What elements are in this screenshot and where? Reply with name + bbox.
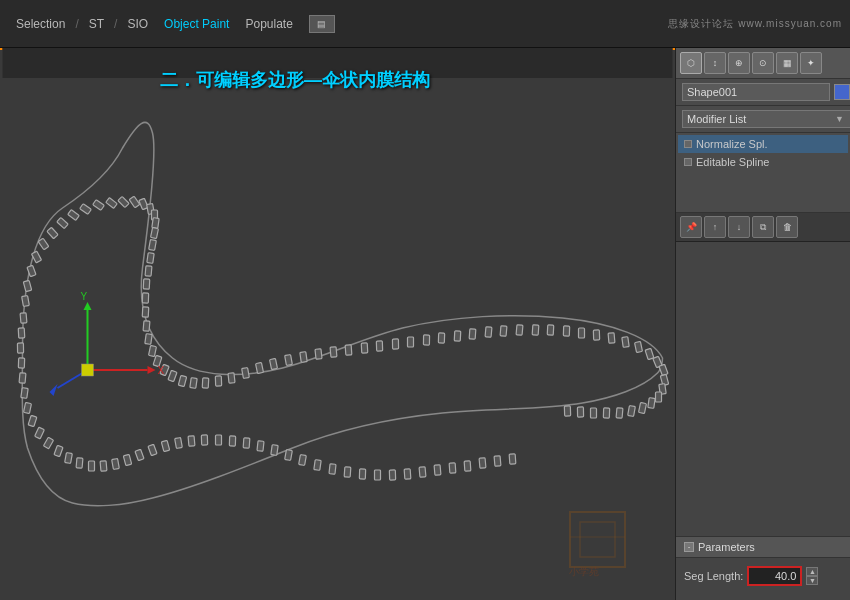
svg-rect-94 (500, 326, 507, 336)
svg-rect-110 (648, 398, 655, 409)
svg-rect-6 (19, 373, 26, 383)
menu-item-selection[interactable]: Selection (8, 13, 73, 35)
svg-rect-99 (579, 328, 585, 338)
panel-tool-hierarchy[interactable]: ⊕ (728, 52, 750, 74)
svg-rect-40 (434, 465, 441, 475)
svg-rect-78 (256, 362, 264, 373)
seg-length-spin-down[interactable]: ▼ (806, 576, 818, 585)
svg-rect-30 (285, 450, 293, 461)
svg-rect-95 (516, 325, 523, 335)
panel-toolbar: ⬡ ↕ ⊕ ⊙ ▦ ✦ (676, 48, 850, 79)
shape-name-input[interactable] (682, 83, 830, 101)
svg-rect-31 (299, 455, 307, 466)
mod-pin-button[interactable]: 📌 (680, 216, 702, 238)
svg-rect-68 (149, 345, 157, 356)
panel-tool-utilities[interactable]: ✦ (800, 52, 822, 74)
svg-rect-87 (392, 339, 398, 349)
svg-rect-121 (509, 454, 516, 464)
svg-rect-97 (547, 325, 554, 335)
svg-rect-83 (330, 347, 337, 357)
svg-rect-15 (89, 461, 95, 471)
menu-item-object-paint[interactable]: Object Paint (156, 13, 237, 35)
seg-length-input[interactable] (747, 566, 802, 586)
menu-sep-1: / (73, 17, 80, 31)
svg-rect-58 (152, 218, 159, 229)
svg-rect-32 (314, 460, 321, 471)
svg-rect-86 (376, 341, 382, 351)
svg-rect-27 (243, 438, 250, 448)
svg-rect-120 (494, 456, 501, 466)
modifier-item-editable-spline[interactable]: Editable Spline (678, 153, 848, 171)
svg-rect-111 (639, 402, 647, 413)
parameters-section: - Parameters Seg Length: ▲ ▼ (676, 536, 850, 600)
annotation-text: 二．可编辑多边形—伞状内膜结构 (160, 68, 430, 92)
panel-tool-motion[interactable]: ⊙ (752, 52, 774, 74)
svg-rect-131 (570, 512, 625, 567)
svg-rect-82 (315, 349, 322, 360)
svg-rect-8 (24, 402, 32, 413)
svg-rect-23 (188, 436, 195, 446)
svg-rect-3 (18, 328, 25, 338)
svg-rect-100 (593, 330, 599, 340)
viewport[interactable]: 二．可编辑多边形—伞状内膜结构 FRONT ✦ 规格化样条线 (0, 48, 675, 600)
svg-rect-103 (635, 341, 643, 352)
svg-rect-92 (469, 329, 476, 339)
modifier-item-normalize[interactable]: Normalize Spl. (678, 135, 848, 153)
seg-length-row: Seg Length: ▲ ▼ (684, 566, 842, 586)
svg-rect-28 (257, 441, 264, 452)
svg-rect-79 (270, 358, 278, 369)
modifier-normalize-label: Normalize Spl. (696, 138, 768, 150)
parameters-title: Parameters (698, 541, 755, 553)
svg-rect-85 (361, 343, 368, 353)
parameters-body: Seg Length: ▲ ▼ (676, 558, 850, 600)
view-options-button[interactable]: ▤ (309, 15, 335, 33)
svg-rect-118 (464, 461, 471, 471)
svg-rect-98 (563, 326, 569, 336)
svg-rect-113 (616, 408, 623, 418)
shape-name-row (676, 79, 850, 106)
svg-rect-41 (449, 463, 456, 473)
params-collapse-button[interactable]: - (684, 542, 694, 552)
svg-rect-77 (242, 368, 250, 379)
svg-rect-109 (656, 392, 662, 402)
svg-rect-73 (190, 378, 197, 389)
svg-rect-60 (149, 240, 157, 251)
svg-rect-59 (151, 227, 159, 238)
modifier-list-row: Modifier List ▼ (676, 106, 850, 133)
svg-rect-117 (564, 406, 570, 416)
svg-text:Y: Y (81, 291, 88, 302)
mod-delete-button[interactable]: 🗑 (776, 216, 798, 238)
svg-rect-90 (438, 333, 444, 343)
menu-item-sio[interactable]: SIO (119, 13, 156, 35)
svg-rect-81 (300, 352, 307, 363)
menu-item-st[interactable]: ST (81, 13, 112, 35)
seg-length-label: Seg Length: (684, 570, 743, 582)
logo-text: 思缘设计论坛 www.missyuan.com (668, 17, 842, 31)
mod-move-up-button[interactable]: ↑ (704, 216, 726, 238)
panel-tool-shape[interactable]: ⬡ (680, 52, 702, 74)
svg-rect-39 (419, 467, 426, 477)
svg-rect-36 (375, 470, 381, 480)
shape-color-box[interactable] (834, 84, 850, 100)
svg-rect-114 (603, 408, 609, 418)
mod-move-down-button[interactable]: ↓ (728, 216, 750, 238)
svg-rect-115 (591, 408, 597, 418)
mod-copy-button[interactable]: ⧉ (752, 216, 774, 238)
panel-tool-modify[interactable]: ↕ (704, 52, 726, 74)
svg-rect-91 (454, 331, 461, 341)
svg-rect-61 (147, 253, 154, 264)
svg-rect-67 (145, 334, 152, 345)
svg-rect-4 (17, 343, 23, 353)
panel-spacer (676, 242, 850, 536)
seg-length-spinner: ▲ ▼ (806, 567, 818, 585)
menu-item-populate[interactable]: Populate (237, 13, 300, 35)
svg-rect-25 (216, 435, 222, 445)
seg-length-spin-up[interactable]: ▲ (806, 567, 818, 576)
menu-bar: Selection / ST / SIO Object Paint Popula… (0, 0, 850, 48)
svg-rect-65 (142, 307, 149, 317)
svg-rect-132 (580, 522, 615, 557)
modifier-list-dropdown[interactable]: Modifier List (682, 110, 850, 128)
panel-tool-display[interactable]: ▦ (776, 52, 798, 74)
svg-rect-63 (143, 279, 150, 289)
svg-rect-80 (285, 355, 293, 366)
